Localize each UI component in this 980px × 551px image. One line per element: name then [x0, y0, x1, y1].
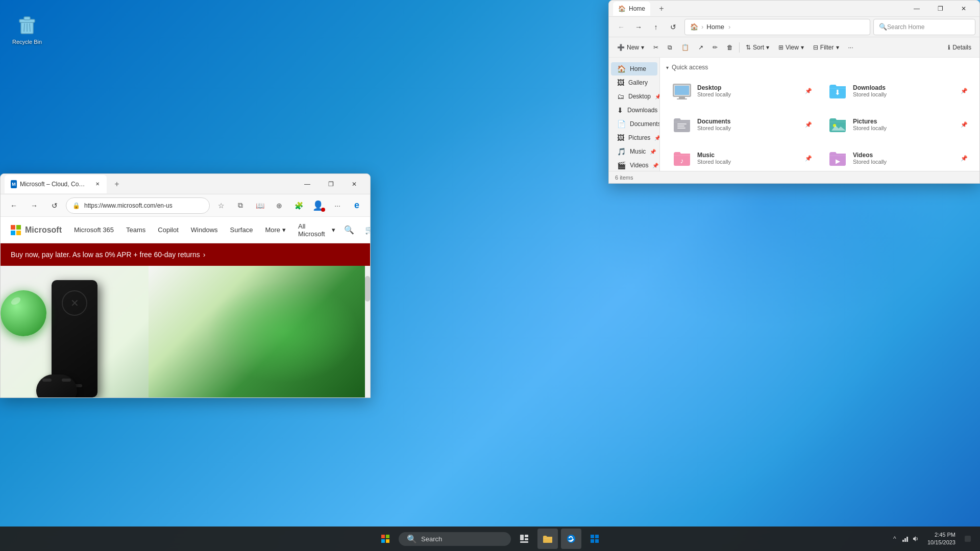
paste-button[interactable]: 📋	[677, 39, 693, 56]
scrollbar-thumb[interactable]	[365, 276, 370, 302]
music-pin-icon: 📌	[805, 155, 812, 162]
url-bar[interactable]: 🔒 https://www.microsoft.com/en-us	[66, 197, 210, 214]
edge-split-icon[interactable]: ⧉	[231, 196, 250, 215]
taskbar-edge[interactable]	[561, 529, 581, 549]
edge-maximize-button[interactable]: ❐	[319, 174, 342, 194]
folder-pictures[interactable]: Pictures Stored locally 📌	[822, 110, 973, 139]
start-button[interactable]	[375, 529, 396, 549]
delete-button[interactable]: 🗑	[723, 39, 737, 56]
tray-chevron[interactable]: ^	[891, 535, 899, 543]
microsoft-logo[interactable]: Microsoft	[11, 225, 62, 235]
content-area: 🏠 Home 🖼 Gallery 🗂 Desktop 📌 ⬇ Downloads…	[609, 58, 979, 171]
sort-button[interactable]: ⇅ Sort ▾	[742, 39, 773, 56]
sidebar-item-music[interactable]: 🎵 Music 📌	[611, 145, 657, 158]
recycle-bin[interactable]: Recycle Bin	[10, 10, 44, 47]
taskbar-file-explorer[interactable]	[537, 529, 558, 549]
sidebar-item-home[interactable]: 🏠 Home	[611, 62, 657, 76]
scrollbar-track[interactable]	[365, 266, 370, 397]
filter-button[interactable]: ⊟ Filter ▾	[809, 39, 843, 56]
edge-forward-button[interactable]: →	[25, 196, 43, 215]
back-button[interactable]: ←	[613, 19, 629, 35]
share-button[interactable]: ↗	[694, 39, 707, 56]
sidebar-item-pictures[interactable]: 🖼 Pictures 📌	[611, 131, 657, 144]
sidebar-item-documents[interactable]: 📄 Documents 📌	[611, 117, 657, 131]
sidebar-item-desktop[interactable]: 🗂 Desktop 📌	[611, 90, 657, 103]
edge-more-button[interactable]: ···	[328, 196, 347, 215]
copy-button[interactable]: ⧉	[664, 39, 676, 56]
file-explorer-titlebar: 🏠 Home + — ❐ ✕	[609, 1, 979, 17]
nav-microsoft365[interactable]: Microsoft 365	[74, 226, 114, 234]
pictures-pin-icon: 📌	[961, 121, 968, 128]
details-label: Details	[952, 44, 971, 51]
view-button[interactable]: ⊞ View ▾	[774, 39, 808, 56]
quick-access-header[interactable]: ▾ Quick access	[666, 64, 973, 71]
folder-music[interactable]: ♪ Music Stored locally 📌	[666, 143, 818, 171]
edge-tab-microsoft[interactable]: M Microsoft – Cloud, Computers, A... ✕	[5, 175, 107, 193]
promo-banner[interactable]: Buy now, pay later. As low as 0% APR + f…	[1, 243, 370, 266]
system-tray: ^	[891, 535, 919, 543]
minimize-button[interactable]: —	[905, 1, 928, 17]
home-sidebar-icon: 🏠	[617, 65, 626, 73]
edge-reading-icon[interactable]: 📖	[251, 196, 269, 215]
more-button[interactable]: ···	[844, 39, 857, 56]
folder-desktop[interactable]: Desktop Stored locally 📌	[666, 76, 818, 106]
address-bar[interactable]: 🏠 › Home ›	[684, 19, 870, 35]
edge-profile-icon[interactable]: 👤	[309, 196, 327, 215]
sidebar-item-videos[interactable]: 🎬 Videos 📌	[611, 159, 657, 171]
sidebar-item-downloads[interactable]: ⬇ Downloads 📌	[611, 104, 657, 117]
nav-surface[interactable]: Surface	[230, 226, 253, 234]
taskbar-store[interactable]	[584, 529, 605, 549]
svg-rect-27	[591, 535, 594, 538]
music-folder-sub: Stored locally	[697, 159, 731, 165]
ms-cart-icon[interactable]: 🛒	[362, 222, 370, 238]
edge-collections-icon[interactable]: ⊕	[270, 196, 288, 215]
new-tab-button[interactable]: +	[654, 2, 669, 16]
ms-search-icon[interactable]: 🔍	[341, 222, 356, 238]
up-button[interactable]: ↑	[648, 19, 664, 35]
taskbar-clock[interactable]: 2:45 PM 10/15/2023	[923, 531, 960, 547]
taskbar-search[interactable]: 🔍 Search	[399, 532, 511, 546]
edge-extensions-icon[interactable]: 🧩	[289, 196, 308, 215]
file-explorer-tab[interactable]: 🏠 Home	[613, 2, 650, 16]
folder-videos[interactable]: ▶ Videos Stored locally 📌	[822, 143, 973, 171]
pin-icon-6: 📌	[652, 163, 658, 168]
close-button[interactable]: ✕	[952, 1, 975, 17]
svg-rect-13	[677, 126, 684, 127]
edge-new-tab-button[interactable]: +	[109, 176, 125, 192]
nav-more-dropdown[interactable]: More ▾	[265, 226, 286, 234]
volume-icon[interactable]	[911, 535, 919, 543]
edge-favorites-icon[interactable]: ☆	[212, 196, 230, 215]
sidebar-documents-label: Documents	[630, 120, 660, 128]
edge-titlebar: M Microsoft – Cloud, Computers, A... ✕ +…	[1, 174, 370, 194]
pictures-folder-info: Pictures Stored locally	[853, 118, 887, 131]
nav-teams[interactable]: Teams	[126, 226, 145, 234]
refresh-button[interactable]: ↺	[665, 19, 681, 35]
edge-refresh-button[interactable]: ↺	[45, 196, 64, 215]
edge-browser-icon[interactable]: e	[348, 196, 366, 215]
notifications-icon[interactable]	[964, 535, 972, 543]
folder-documents[interactable]: Documents Stored locally 📌	[666, 110, 818, 139]
all-microsoft-button[interactable]: All Microsoft ▾	[298, 222, 335, 238]
svg-rect-23	[525, 535, 528, 537]
nav-copilot[interactable]: Copilot	[158, 226, 178, 234]
sidebar-item-gallery[interactable]: 🖼 Gallery	[611, 76, 657, 89]
forward-button[interactable]: →	[630, 19, 647, 35]
rename-button[interactable]: ✏	[708, 39, 722, 56]
cut-button[interactable]: ✂	[649, 39, 663, 56]
ms-logo-red	[11, 225, 15, 230]
filter-dropdown-icon: ▾	[836, 44, 839, 51]
folder-downloads[interactable]: ⬇ Downloads Stored locally 📌	[822, 76, 973, 106]
search-bar[interactable]: 🔍 Search Home	[873, 19, 975, 35]
edge-close-button[interactable]: ✕	[342, 174, 366, 194]
new-button[interactable]: ➕ New ▾	[613, 39, 648, 56]
network-icon[interactable]	[901, 535, 909, 543]
downloads-folder-name: Downloads	[853, 84, 887, 91]
view-icon: ⊞	[778, 44, 783, 51]
nav-windows[interactable]: Windows	[191, 226, 218, 234]
edge-tab-close-button[interactable]: ✕	[94, 180, 101, 188]
edge-minimize-button[interactable]: —	[296, 174, 319, 194]
edge-back-button[interactable]: ←	[5, 196, 23, 215]
details-button[interactable]: ℹ Details	[944, 39, 975, 56]
task-view-button[interactable]	[514, 529, 534, 549]
maximize-button[interactable]: ❐	[928, 1, 952, 17]
